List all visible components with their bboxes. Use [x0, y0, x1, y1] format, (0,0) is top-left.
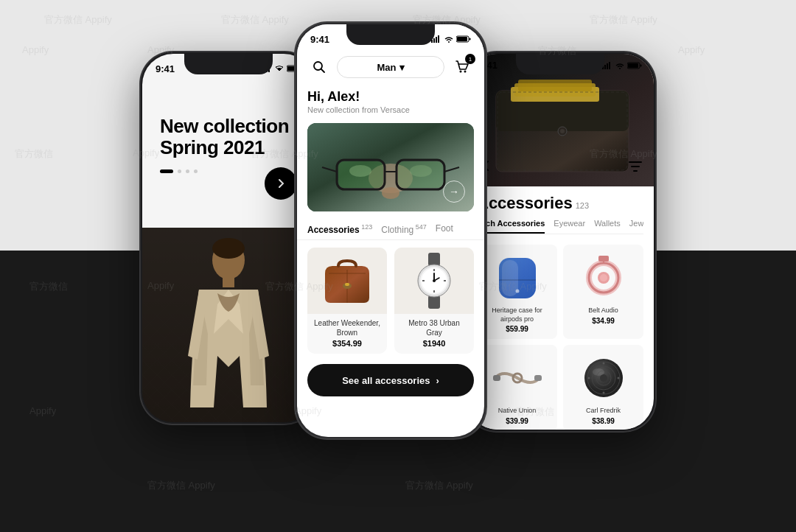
svg-point-22: [460, 71, 462, 73]
phone-center-time: 9:41: [310, 34, 329, 45]
product-img-bag: [307, 248, 387, 314]
model-silhouette: [177, 238, 280, 422]
svg-rect-15: [438, 35, 439, 43]
cart-button[interactable]: 1: [450, 55, 474, 79]
product-name-bag: Leather Weekender, Brown: [313, 318, 381, 337]
phone-center-outer: 9:41: [295, 22, 486, 439]
product-price-watch: $1940: [400, 339, 468, 348]
phone-left-time: 9:41: [156, 63, 175, 74]
arrow-right-icon: [275, 178, 287, 189]
phone-left-screen: 9:41: [142, 54, 315, 422]
category-selector[interactable]: Man ▾: [337, 56, 444, 78]
product-name-watch: Metro 38 Urban Gray: [400, 318, 468, 337]
dot-active: [160, 169, 173, 173]
wifi-icon: [444, 35, 453, 43]
battery-icon: [456, 35, 471, 43]
product-price-belt-audio: $34.99: [592, 317, 615, 325]
phone-right-notch: [516, 54, 604, 74]
see-all-button[interactable]: See all accessories ›: [307, 364, 474, 396]
tab-accessories[interactable]: Accessories 123: [307, 223, 372, 235]
phone-left-outer: 9:41: [140, 52, 317, 424]
svg-rect-19: [457, 37, 467, 41]
collection-title: New collection Spring 2021: [160, 116, 297, 158]
accessories-section: Accessories 123 Tech Accessories Eyewear…: [467, 186, 654, 239]
tab-footwear[interactable]: Foot: [436, 223, 453, 235]
product-name-airpods: Heritage case for airpods pro: [483, 307, 551, 323]
phone-right: 9:41: [464, 52, 656, 432]
svg-point-56: [619, 68, 621, 69]
wifi-icon: [275, 65, 284, 72]
svg-rect-80: [534, 375, 542, 381]
battery-icon: [627, 62, 642, 69]
wifi-icon: [615, 62, 624, 69]
svg-rect-59: [628, 63, 638, 68]
hero-arrow-button[interactable]: →: [443, 181, 465, 203]
svg-point-88: [602, 391, 604, 393]
svg-rect-18: [469, 38, 471, 41]
product-price-airpods: $59.99: [506, 325, 528, 333]
svg-rect-53: [604, 65, 606, 69]
product-name-belt-audio: Belt Audio: [588, 307, 618, 315]
svg-point-76: [600, 274, 607, 281]
svg-point-90: [617, 377, 619, 379]
phone-center-inner: 9:41: [297, 24, 484, 437]
phone-left-notch: [184, 54, 273, 74]
product-price-native-union: $39.99: [506, 417, 528, 425]
phone-center-notch: [346, 24, 435, 45]
svg-point-20: [314, 62, 322, 70]
tab-wallets[interactable]: Wallets: [594, 219, 621, 234]
greeting-subtitle: New collection from Versace: [307, 105, 474, 114]
product-card-native-union[interactable]: Native Union $39.99: [477, 345, 557, 430]
airpods-case-image: [492, 254, 543, 302]
product-img-belt-audio: [569, 252, 638, 304]
category-tabs: Accessories 123 Clothing 547 Foot: [297, 217, 484, 240]
search-button[interactable]: [307, 55, 331, 79]
product-name-native-union: Native Union: [498, 407, 537, 416]
greeting-title: Hi, Alex!: [307, 89, 474, 105]
tab-eyewear[interactable]: Eyewear: [554, 219, 585, 234]
filter-button[interactable]: [627, 158, 643, 178]
svg-rect-77: [598, 256, 609, 262]
product-info-watch: Metro 38 Urban Gray $1940: [394, 314, 474, 348]
search-icon: [313, 60, 326, 74]
svg-point-51: [433, 279, 436, 282]
cart-badge: 1: [465, 54, 475, 64]
product-img-watch: [394, 248, 474, 314]
product-info-bag: Leather Weekender, Brown $354.99: [307, 314, 387, 348]
bag-image: [318, 255, 377, 307]
svg-rect-40: [428, 253, 440, 266]
accessories-count: 123: [576, 201, 589, 210]
product-card-carl-fredrik[interactable]: Carl Fredrik $38.99: [563, 345, 643, 430]
phone-left: 9:41: [140, 52, 317, 424]
product-price-bag: $354.99: [313, 339, 381, 348]
tab-tech-accessories[interactable]: Tech Accessories: [477, 219, 545, 234]
tab-clothing[interactable]: Clothing 547: [381, 223, 427, 235]
accessories-title-row: Accessories 123: [477, 194, 643, 213]
right-products-grid: Heritage case for airpods pro $59.99: [467, 239, 654, 430]
product-card-bag[interactable]: Leather Weekender, Brown $354.99: [307, 248, 387, 354]
product-card-watch[interactable]: Metro 38 Urban Gray $1940: [394, 248, 474, 354]
product-card-airpods[interactable]: Heritage case for airpods pro $59.99: [477, 245, 557, 339]
svg-rect-55: [609, 62, 610, 69]
phone-right-screen: 9:41: [467, 54, 654, 430]
see-all-label: See all accessories: [342, 375, 430, 386]
svg-rect-79: [493, 375, 500, 381]
svg-rect-14: [436, 37, 437, 43]
center-header: Man ▾ 1: [297, 51, 484, 83]
model-figure: [142, 228, 315, 422]
next-button[interactable]: [265, 167, 297, 200]
svg-point-23: [464, 71, 467, 73]
svg-point-86: [600, 374, 607, 382]
product-name-carl-fredrik: Carl Fredrik: [586, 407, 621, 416]
tab-accessories-label: Accessories: [307, 225, 360, 235]
phone-left-screen-bottom: [142, 228, 315, 422]
svg-point-35: [410, 165, 432, 177]
svg-rect-54: [607, 63, 608, 69]
phone-left-inner: 9:41: [142, 54, 315, 422]
svg-point-91: [593, 368, 604, 376]
greeting-section: Hi, Alex! New collection from Versace: [297, 83, 484, 117]
tab-jewellery[interactable]: Jewelle: [629, 219, 643, 234]
svg-rect-13: [433, 38, 435, 43]
product-card-belt-audio[interactable]: Belt Audio $34.99: [563, 245, 643, 339]
hero-image[interactable]: →: [307, 123, 474, 211]
